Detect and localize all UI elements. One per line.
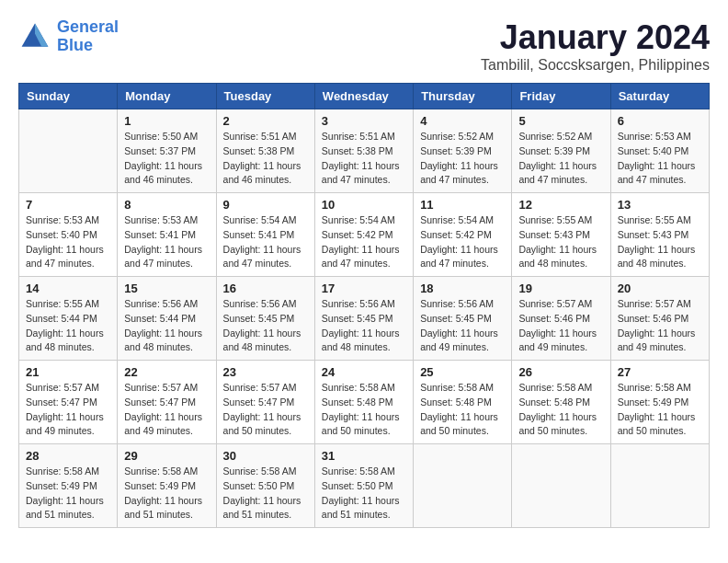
week-row-4: 21Sunrise: 5:57 AMSunset: 5:47 PMDayligh… bbox=[19, 361, 710, 444]
calendar-cell: 6Sunrise: 5:53 AMSunset: 5:40 PMDaylight… bbox=[610, 109, 709, 193]
day-number: 6 bbox=[618, 114, 702, 128]
calendar-cell: 4Sunrise: 5:52 AMSunset: 5:39 PMDaylight… bbox=[414, 109, 512, 193]
day-info: Sunrise: 5:51 AMSunset: 5:38 PMDaylight:… bbox=[322, 130, 406, 188]
logo-line2: Blue bbox=[57, 36, 93, 54]
day-info: Sunrise: 5:58 AMSunset: 5:48 PMDaylight:… bbox=[518, 381, 603, 439]
day-info: Sunrise: 5:55 AMSunset: 5:43 PMDaylight:… bbox=[618, 213, 702, 271]
calendar-cell: 17Sunrise: 5:56 AMSunset: 5:45 PMDayligh… bbox=[314, 277, 413, 361]
calendar-cell: 30Sunrise: 5:58 AMSunset: 5:50 PMDayligh… bbox=[216, 444, 314, 528]
calendar-cell: 3Sunrise: 5:51 AMSunset: 5:38 PMDaylight… bbox=[314, 109, 413, 193]
day-number: 12 bbox=[518, 198, 603, 212]
day-number: 10 bbox=[322, 198, 406, 212]
day-number: 1 bbox=[124, 114, 209, 128]
day-info: Sunrise: 5:56 AMSunset: 5:44 PMDaylight:… bbox=[124, 297, 209, 355]
day-header-saturday: Saturday bbox=[610, 84, 709, 109]
day-number: 28 bbox=[26, 449, 110, 463]
calendar-cell: 14Sunrise: 5:55 AMSunset: 5:44 PMDayligh… bbox=[19, 277, 118, 361]
day-header-tuesday: Tuesday bbox=[216, 84, 314, 109]
day-number: 19 bbox=[518, 282, 603, 295]
calendar-cell: 16Sunrise: 5:56 AMSunset: 5:45 PMDayligh… bbox=[216, 277, 314, 361]
calendar-cell bbox=[512, 444, 610, 528]
logo-icon bbox=[18, 20, 51, 53]
day-info: Sunrise: 5:53 AMSunset: 5:41 PMDaylight:… bbox=[124, 213, 209, 271]
calendar-cell bbox=[610, 444, 709, 528]
day-number: 26 bbox=[518, 365, 603, 379]
calendar-cell: 9Sunrise: 5:54 AMSunset: 5:41 PMDaylight… bbox=[216, 193, 314, 277]
day-info: Sunrise: 5:58 AMSunset: 5:49 PMDaylight:… bbox=[618, 381, 702, 439]
calendar-cell: 10Sunrise: 5:54 AMSunset: 5:42 PMDayligh… bbox=[314, 193, 413, 277]
calendar-cell: 13Sunrise: 5:55 AMSunset: 5:43 PMDayligh… bbox=[610, 193, 709, 277]
day-number: 11 bbox=[420, 198, 505, 212]
day-info: Sunrise: 5:58 AMSunset: 5:48 PMDaylight:… bbox=[322, 381, 406, 439]
day-info: Sunrise: 5:52 AMSunset: 5:39 PMDaylight:… bbox=[420, 130, 505, 188]
day-header-sunday: Sunday bbox=[19, 84, 118, 109]
day-info: Sunrise: 5:57 AMSunset: 5:47 PMDaylight:… bbox=[26, 381, 110, 439]
calendar-cell: 15Sunrise: 5:56 AMSunset: 5:44 PMDayligh… bbox=[118, 277, 216, 361]
calendar-cell: 11Sunrise: 5:54 AMSunset: 5:42 PMDayligh… bbox=[414, 193, 512, 277]
day-number: 22 bbox=[124, 365, 209, 379]
day-info: Sunrise: 5:57 AMSunset: 5:46 PMDaylight:… bbox=[518, 297, 603, 355]
day-info: Sunrise: 5:58 AMSunset: 5:48 PMDaylight:… bbox=[420, 381, 505, 439]
day-number: 27 bbox=[618, 365, 702, 379]
calendar-cell: 21Sunrise: 5:57 AMSunset: 5:47 PMDayligh… bbox=[19, 361, 118, 444]
calendar-subtitle: Tambilil, Soccsksargen, Philippines bbox=[481, 57, 710, 74]
calendar-cell: 12Sunrise: 5:55 AMSunset: 5:43 PMDayligh… bbox=[512, 193, 610, 277]
day-info: Sunrise: 5:54 AMSunset: 5:42 PMDaylight:… bbox=[420, 213, 505, 271]
day-info: Sunrise: 5:55 AMSunset: 5:44 PMDaylight:… bbox=[26, 297, 110, 355]
day-header-wednesday: Wednesday bbox=[314, 84, 413, 109]
day-number: 8 bbox=[124, 198, 209, 212]
week-row-3: 14Sunrise: 5:55 AMSunset: 5:44 PMDayligh… bbox=[19, 277, 710, 361]
logo: General Blue bbox=[18, 18, 119, 55]
calendar-cell: 22Sunrise: 5:57 AMSunset: 5:47 PMDayligh… bbox=[118, 361, 216, 444]
day-info: Sunrise: 5:57 AMSunset: 5:46 PMDaylight:… bbox=[618, 297, 702, 355]
day-info: Sunrise: 5:56 AMSunset: 5:45 PMDaylight:… bbox=[223, 297, 308, 355]
day-number: 16 bbox=[223, 282, 308, 295]
calendar-cell bbox=[414, 444, 512, 528]
week-row-1: 1Sunrise: 5:50 AMSunset: 5:37 PMDaylight… bbox=[19, 109, 710, 193]
calendar-title: January 2024 bbox=[481, 18, 710, 57]
calendar-cell: 24Sunrise: 5:58 AMSunset: 5:48 PMDayligh… bbox=[314, 361, 413, 444]
day-number: 14 bbox=[26, 282, 110, 295]
day-info: Sunrise: 5:53 AMSunset: 5:40 PMDaylight:… bbox=[26, 213, 110, 271]
day-info: Sunrise: 5:58 AMSunset: 5:49 PMDaylight:… bbox=[124, 465, 209, 523]
day-info: Sunrise: 5:58 AMSunset: 5:50 PMDaylight:… bbox=[322, 465, 406, 523]
day-number: 15 bbox=[124, 282, 209, 295]
calendar-cell: 20Sunrise: 5:57 AMSunset: 5:46 PMDayligh… bbox=[610, 277, 709, 361]
day-info: Sunrise: 5:58 AMSunset: 5:49 PMDaylight:… bbox=[26, 465, 110, 523]
calendar-cell: 27Sunrise: 5:58 AMSunset: 5:49 PMDayligh… bbox=[610, 361, 709, 444]
week-row-2: 7Sunrise: 5:53 AMSunset: 5:40 PMDaylight… bbox=[19, 193, 710, 277]
day-header-thursday: Thursday bbox=[414, 84, 512, 109]
calendar-cell: 8Sunrise: 5:53 AMSunset: 5:41 PMDaylight… bbox=[118, 193, 216, 277]
day-info: Sunrise: 5:57 AMSunset: 5:47 PMDaylight:… bbox=[223, 381, 308, 439]
day-number: 17 bbox=[322, 282, 406, 295]
day-number: 3 bbox=[322, 114, 406, 128]
day-info: Sunrise: 5:56 AMSunset: 5:45 PMDaylight:… bbox=[322, 297, 406, 355]
logo-line1: General bbox=[57, 17, 119, 36]
day-number: 31 bbox=[322, 449, 406, 463]
calendar-cell: 7Sunrise: 5:53 AMSunset: 5:40 PMDaylight… bbox=[19, 193, 118, 277]
day-number: 2 bbox=[223, 114, 308, 128]
day-number: 25 bbox=[420, 365, 505, 379]
day-info: Sunrise: 5:51 AMSunset: 5:38 PMDaylight:… bbox=[223, 130, 308, 188]
calendar-cell: 29Sunrise: 5:58 AMSunset: 5:49 PMDayligh… bbox=[118, 444, 216, 528]
calendar-cell: 5Sunrise: 5:52 AMSunset: 5:39 PMDaylight… bbox=[512, 109, 610, 193]
day-info: Sunrise: 5:55 AMSunset: 5:43 PMDaylight:… bbox=[518, 213, 603, 271]
day-info: Sunrise: 5:53 AMSunset: 5:40 PMDaylight:… bbox=[618, 130, 702, 188]
day-number: 4 bbox=[420, 114, 505, 128]
day-info: Sunrise: 5:54 AMSunset: 5:42 PMDaylight:… bbox=[322, 213, 406, 271]
calendar-cell: 2Sunrise: 5:51 AMSunset: 5:38 PMDaylight… bbox=[216, 109, 314, 193]
day-number: 20 bbox=[618, 282, 702, 295]
logo-text: General Blue bbox=[57, 18, 119, 55]
page-header: General Blue January 2024 Tambilil, Socc… bbox=[18, 18, 710, 74]
day-header-monday: Monday bbox=[118, 84, 216, 109]
day-info: Sunrise: 5:52 AMSunset: 5:39 PMDaylight:… bbox=[518, 130, 603, 188]
day-number: 7 bbox=[26, 198, 110, 212]
calendar-cell: 31Sunrise: 5:58 AMSunset: 5:50 PMDayligh… bbox=[314, 444, 413, 528]
day-info: Sunrise: 5:56 AMSunset: 5:45 PMDaylight:… bbox=[420, 297, 505, 355]
calendar-cell bbox=[19, 109, 118, 193]
calendar-cell: 18Sunrise: 5:56 AMSunset: 5:45 PMDayligh… bbox=[414, 277, 512, 361]
header-row: SundayMondayTuesdayWednesdayThursdayFrid… bbox=[19, 84, 710, 109]
calendar-cell: 25Sunrise: 5:58 AMSunset: 5:48 PMDayligh… bbox=[414, 361, 512, 444]
calendar-cell: 23Sunrise: 5:57 AMSunset: 5:47 PMDayligh… bbox=[216, 361, 314, 444]
day-info: Sunrise: 5:54 AMSunset: 5:41 PMDaylight:… bbox=[223, 213, 308, 271]
